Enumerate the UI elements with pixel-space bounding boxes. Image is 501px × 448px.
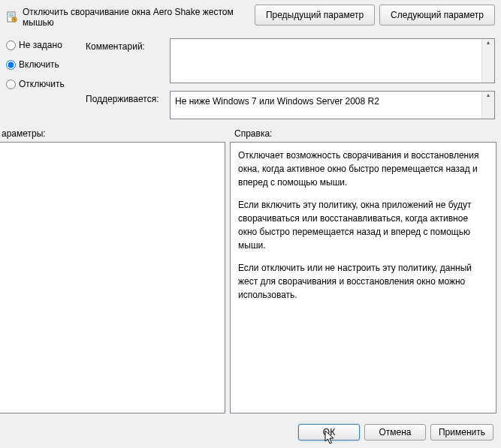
scrollbar[interactable]: ▴ — [481, 39, 494, 83]
radio-disabled-label: Отключить — [19, 79, 65, 89]
scrollbar[interactable]: ▴ — [481, 92, 494, 119]
radio-enabled-label: Включить — [19, 59, 59, 70]
radio-disabled[interactable]: Отключить — [6, 79, 75, 89]
help-paragraph: Отключает возможность сворачивания и вос… — [238, 149, 488, 189]
help-heading: Справка: — [234, 128, 272, 139]
supported-text: Не ниже Windows 7 или Windows Server 200… — [171, 92, 481, 119]
svg-rect-6 — [14, 20, 15, 20]
help-paragraph: Если включить эту политику, окна приложе… — [238, 198, 488, 252]
radio-not-configured-input[interactable] — [6, 41, 16, 50]
comment-textarea[interactable] — [171, 39, 481, 83]
previous-setting-button[interactable]: Предыдущий параметр — [255, 5, 375, 26]
ok-button[interactable]: ОК — [298, 424, 360, 440]
radio-not-configured[interactable]: Не задано — [6, 40, 75, 50]
svg-rect-1 — [9, 14, 14, 14]
radio-not-configured-label: Не задано — [19, 40, 62, 50]
help-paragraph: Если отключить или не настроить эту поли… — [238, 261, 488, 302]
next-setting-button[interactable]: Следующий параметр — [379, 5, 495, 26]
radio-enabled[interactable]: Включить — [6, 59, 75, 70]
policy-title: Отключить сворачивание окна Aero Shake ж… — [23, 7, 249, 28]
policy-icon — [6, 11, 18, 23]
help-panel: Отключает возможность сворачивания и вос… — [230, 142, 496, 413]
radio-enabled-input[interactable] — [6, 60, 16, 70]
options-heading: араметры: — [2, 128, 234, 139]
cancel-button[interactable]: Отмена — [364, 424, 426, 440]
options-panel — [0, 142, 225, 413]
svg-rect-2 — [9, 15, 14, 16]
apply-button[interactable]: Применить — [430, 424, 493, 440]
radio-disabled-input[interactable] — [6, 80, 16, 89]
comment-label: Комментарий: — [86, 38, 164, 83]
svg-rect-5 — [14, 18, 14, 20]
supported-label: Поддерживается: — [86, 91, 164, 119]
